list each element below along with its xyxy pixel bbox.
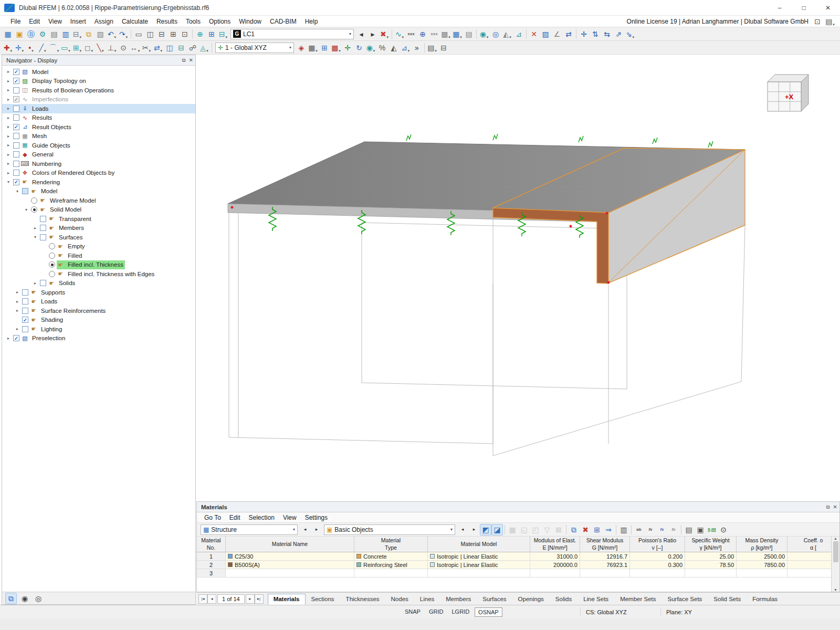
tree-item-supports[interactable]: ▸☛Supports	[2, 288, 195, 297]
cell-specific-weight[interactable]: 25.00	[685, 552, 737, 561]
expand-arrow-icon[interactable]: ▸	[14, 327, 20, 331]
undo-icon[interactable]: ↶▾	[106, 28, 118, 40]
expand-arrow-icon[interactable]: ▸	[5, 69, 12, 74]
expand-arrow-icon[interactable]: ▸	[5, 336, 12, 341]
menu-insert[interactable]: Insert	[66, 17, 90, 26]
open-model-icon[interactable]: ▣	[14, 28, 25, 40]
renumber-icon[interactable]: ▨	[540, 28, 551, 40]
formula-icon[interactable]: fx	[645, 524, 656, 536]
toggle-osnap[interactable]: OSNAP	[475, 607, 502, 617]
show-results-icon[interactable]: ∿▾	[394, 28, 405, 40]
menu-options[interactable]: Options	[205, 17, 235, 26]
extrude-icon[interactable]: ◬▾	[198, 42, 210, 54]
expand-arrow-icon[interactable]: ▾	[23, 207, 29, 212]
prev-load-case-icon[interactable]: ◂	[355, 28, 367, 40]
radio-empty[interactable]	[49, 243, 55, 249]
prev-table-icon[interactable]: ◂	[299, 524, 311, 536]
tables-icon[interactable]: ▦▾	[452, 28, 463, 40]
materials-menu-edit[interactable]: Edit	[225, 513, 245, 522]
cell-material-name[interactable]: C25/30	[226, 552, 354, 561]
clipboard-icon[interactable]: ▧	[94, 28, 106, 40]
next-table-button[interactable]: ▸	[246, 594, 255, 604]
radio-solid-model[interactable]	[31, 206, 37, 213]
cell-specific-weight[interactable]: 78.50	[685, 561, 737, 569]
new-arc-icon[interactable]: ⌒▾	[48, 42, 60, 54]
expand-arrow-icon[interactable]: ▾	[14, 189, 20, 194]
expand-arrow-icon[interactable]: ▸	[5, 143, 12, 148]
insert-row-icon[interactable]: ⊞	[591, 524, 603, 536]
tree-item-empty[interactable]: ☛Empty	[2, 242, 195, 251]
printer-icon[interactable]: ▤	[48, 28, 60, 40]
table-tab-lines[interactable]: Lines	[414, 594, 440, 605]
checkbox-mesh[interactable]	[13, 133, 19, 139]
overflow-chevron-icon[interactable]: »	[411, 42, 423, 54]
scroll-down-icon[interactable]: ▼	[834, 588, 837, 592]
new-hinge-icon[interactable]: ⊙	[118, 42, 129, 54]
tree-item-filled-incl-thickness-with-edges[interactable]: ☛Filled incl. Thickness with Edges	[2, 269, 195, 279]
checkbox-rendering[interactable]: ✓	[13, 179, 19, 185]
cell-material-no[interactable]: 1	[197, 552, 226, 561]
pin-panel-icon[interactable]: ⊡	[812, 16, 823, 27]
swap-icon[interactable]: ⇄	[563, 28, 574, 40]
cell-modulus[interactable]: 31000.0	[530, 552, 580, 561]
cell-material-model[interactable]	[428, 569, 530, 578]
scroll-up-icon[interactable]: ▲	[834, 537, 837, 540]
divide-icon[interactable]: ⊟	[175, 42, 187, 54]
window-quad-icon[interactable]: ⊞	[167, 28, 179, 40]
checkbox-surfaces[interactable]	[40, 234, 46, 240]
checkbox-guide-objects[interactable]	[13, 142, 19, 149]
expand-arrow-icon[interactable]: ▸	[32, 281, 38, 286]
cell-shear-modulus[interactable]	[580, 569, 630, 578]
navigation-cube[interactable]: +X	[760, 70, 813, 115]
window-psc-icon[interactable]: ⊡	[179, 28, 191, 40]
percent-icon[interactable]: %	[376, 42, 388, 54]
view-directions-icon[interactable]: ⇘▾	[624, 28, 636, 40]
tree-item-lighting[interactable]: ▸☛Lighting	[2, 324, 195, 334]
layout-icon[interactable]: ▤▾	[824, 16, 836, 27]
tree-item-transparent[interactable]: ☛Transparent	[2, 214, 195, 224]
rename-icon[interactable]: ab	[633, 524, 645, 536]
checkbox-numbering[interactable]	[13, 161, 19, 167]
delete-results-icon[interactable]: ✖▾	[379, 28, 390, 40]
expand-arrow-icon[interactable]: ▸	[5, 134, 12, 139]
tree-item-shading[interactable]: ✓☛Shading	[2, 316, 195, 325]
expand-arrow-icon[interactable]: ▸	[5, 161, 12, 166]
tree-item-mesh[interactable]: ▸▦Mesh	[2, 132, 195, 141]
radio-filled[interactable]	[49, 253, 55, 259]
clipping-icon[interactable]: ◭▾	[501, 28, 513, 40]
viewport-3d[interactable]: +X	[196, 55, 840, 501]
checkbox-colors-of-rendered-objects-by[interactable]	[13, 170, 19, 176]
cell-material-type[interactable]	[354, 569, 428, 578]
rotate-view-icon[interactable]: ⇗	[613, 28, 624, 40]
expand-arrow-icon[interactable]: ▾	[5, 180, 12, 184]
work-plane-status[interactable]: Plane: XY	[660, 608, 697, 616]
expand-arrow-icon[interactable]: ▸	[5, 152, 12, 157]
materials-panel-header[interactable]: Materials ⧉✕	[197, 502, 839, 512]
menu-view[interactable]: View	[44, 17, 66, 26]
next-load-case-icon[interactable]: ▸	[367, 28, 379, 40]
materials-menu-selection[interactable]: Selection	[245, 513, 279, 522]
table-tab-member-sets[interactable]: Member Sets	[614, 594, 662, 605]
load-combinations-icon[interactable]: ⊟▾	[217, 28, 229, 40]
select-rows-icon[interactable]: ◪	[491, 524, 503, 536]
checkbox-loads[interactable]	[22, 298, 28, 304]
table-tab-openings[interactable]: Openings	[512, 594, 550, 605]
tree-item-imperfections[interactable]: ▸✓∿Imperfections	[2, 95, 195, 104]
edit-cut-icon[interactable]: ✂▾	[141, 42, 152, 54]
result-table-icon[interactable]: ▩▾	[440, 28, 452, 40]
panel-toggle-icon[interactable]: ⊟	[438, 42, 449, 54]
float-panel-icon[interactable]: ⧉	[182, 57, 185, 64]
checkbox-model[interactable]: ✓	[13, 69, 19, 75]
copy-icon[interactable]: ⧉	[83, 28, 94, 40]
table-tab-solids[interactable]: Solids	[550, 594, 578, 605]
guidelines-icon[interactable]: ▩▾	[330, 42, 342, 54]
save-icon[interactable]: ▥	[60, 28, 71, 40]
visibility-all-icon[interactable]: ◎	[490, 28, 501, 40]
connect-icon[interactable]: ☍	[187, 42, 198, 54]
expand-arrow-icon[interactable]: ▸	[14, 290, 20, 295]
tree-item-members[interactable]: ▸☛Members	[2, 224, 195, 233]
chevron-down-icon[interactable]: ▾	[450, 527, 453, 532]
checkbox-lighting[interactable]	[22, 326, 28, 332]
table-tab-thicknesses[interactable]: Thicknesses	[340, 594, 385, 605]
checkbox-model[interactable]	[22, 188, 28, 194]
